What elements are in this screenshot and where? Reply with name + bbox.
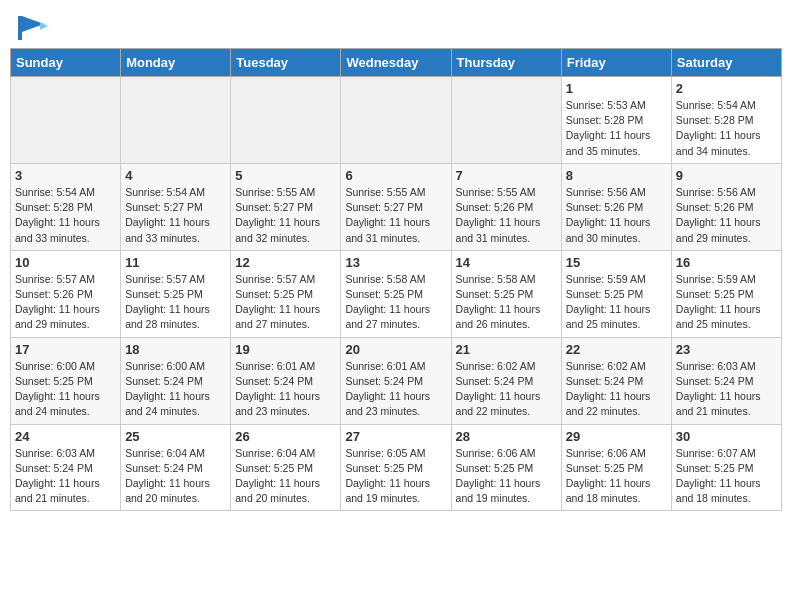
- page-container: SundayMondayTuesdayWednesdayThursdayFrid…: [0, 0, 792, 521]
- calendar-header-thursday: Thursday: [451, 49, 561, 77]
- logo-icon: [16, 12, 48, 44]
- day-info: Sunrise: 6:01 AM Sunset: 5:24 PM Dayligh…: [235, 359, 336, 420]
- day-number: 19: [235, 342, 336, 357]
- day-number: 27: [345, 429, 446, 444]
- day-cell-23: 23Sunrise: 6:03 AM Sunset: 5:24 PM Dayli…: [671, 337, 781, 424]
- day-cell-2: 2Sunrise: 5:54 AM Sunset: 5:28 PM Daylig…: [671, 77, 781, 164]
- day-cell-9: 9Sunrise: 5:56 AM Sunset: 5:26 PM Daylig…: [671, 163, 781, 250]
- day-number: 15: [566, 255, 667, 270]
- calendar-header-saturday: Saturday: [671, 49, 781, 77]
- week-row-5: 24Sunrise: 6:03 AM Sunset: 5:24 PM Dayli…: [11, 424, 782, 511]
- calendar-header-row: SundayMondayTuesdayWednesdayThursdayFrid…: [11, 49, 782, 77]
- day-cell-19: 19Sunrise: 6:01 AM Sunset: 5:24 PM Dayli…: [231, 337, 341, 424]
- day-cell-3: 3Sunrise: 5:54 AM Sunset: 5:28 PM Daylig…: [11, 163, 121, 250]
- week-row-1: 1Sunrise: 5:53 AM Sunset: 5:28 PM Daylig…: [11, 77, 782, 164]
- day-info: Sunrise: 5:57 AM Sunset: 5:25 PM Dayligh…: [125, 272, 226, 333]
- day-info: Sunrise: 5:55 AM Sunset: 5:27 PM Dayligh…: [345, 185, 446, 246]
- empty-cell: [231, 77, 341, 164]
- day-info: Sunrise: 5:56 AM Sunset: 5:26 PM Dayligh…: [566, 185, 667, 246]
- day-cell-11: 11Sunrise: 5:57 AM Sunset: 5:25 PM Dayli…: [121, 250, 231, 337]
- calendar-header-friday: Friday: [561, 49, 671, 77]
- day-info: Sunrise: 5:56 AM Sunset: 5:26 PM Dayligh…: [676, 185, 777, 246]
- day-info: Sunrise: 6:03 AM Sunset: 5:24 PM Dayligh…: [676, 359, 777, 420]
- day-info: Sunrise: 5:54 AM Sunset: 5:28 PM Dayligh…: [676, 98, 777, 159]
- day-info: Sunrise: 6:01 AM Sunset: 5:24 PM Dayligh…: [345, 359, 446, 420]
- day-cell-16: 16Sunrise: 5:59 AM Sunset: 5:25 PM Dayli…: [671, 250, 781, 337]
- day-info: Sunrise: 6:06 AM Sunset: 5:25 PM Dayligh…: [566, 446, 667, 507]
- day-cell-30: 30Sunrise: 6:07 AM Sunset: 5:25 PM Dayli…: [671, 424, 781, 511]
- day-cell-12: 12Sunrise: 5:57 AM Sunset: 5:25 PM Dayli…: [231, 250, 341, 337]
- calendar-header-sunday: Sunday: [11, 49, 121, 77]
- day-cell-7: 7Sunrise: 5:55 AM Sunset: 5:26 PM Daylig…: [451, 163, 561, 250]
- day-info: Sunrise: 6:00 AM Sunset: 5:24 PM Dayligh…: [125, 359, 226, 420]
- day-cell-13: 13Sunrise: 5:58 AM Sunset: 5:25 PM Dayli…: [341, 250, 451, 337]
- day-info: Sunrise: 5:57 AM Sunset: 5:25 PM Dayligh…: [235, 272, 336, 333]
- page-header: [0, 0, 792, 48]
- day-number: 30: [676, 429, 777, 444]
- day-number: 12: [235, 255, 336, 270]
- day-cell-22: 22Sunrise: 6:02 AM Sunset: 5:24 PM Dayli…: [561, 337, 671, 424]
- day-info: Sunrise: 5:58 AM Sunset: 5:25 PM Dayligh…: [345, 272, 446, 333]
- day-info: Sunrise: 6:07 AM Sunset: 5:25 PM Dayligh…: [676, 446, 777, 507]
- day-info: Sunrise: 6:02 AM Sunset: 5:24 PM Dayligh…: [566, 359, 667, 420]
- day-cell-27: 27Sunrise: 6:05 AM Sunset: 5:25 PM Dayli…: [341, 424, 451, 511]
- day-number: 9: [676, 168, 777, 183]
- day-number: 17: [15, 342, 116, 357]
- day-number: 2: [676, 81, 777, 96]
- empty-cell: [121, 77, 231, 164]
- day-cell-18: 18Sunrise: 6:00 AM Sunset: 5:24 PM Dayli…: [121, 337, 231, 424]
- calendar-header-tuesday: Tuesday: [231, 49, 341, 77]
- calendar-header-wednesday: Wednesday: [341, 49, 451, 77]
- day-number: 1: [566, 81, 667, 96]
- day-number: 18: [125, 342, 226, 357]
- day-number: 14: [456, 255, 557, 270]
- day-cell-4: 4Sunrise: 5:54 AM Sunset: 5:27 PM Daylig…: [121, 163, 231, 250]
- empty-cell: [341, 77, 451, 164]
- day-number: 25: [125, 429, 226, 444]
- day-cell-10: 10Sunrise: 5:57 AM Sunset: 5:26 PM Dayli…: [11, 250, 121, 337]
- day-number: 26: [235, 429, 336, 444]
- day-number: 23: [676, 342, 777, 357]
- day-number: 11: [125, 255, 226, 270]
- day-info: Sunrise: 6:03 AM Sunset: 5:24 PM Dayligh…: [15, 446, 116, 507]
- svg-marker-2: [40, 22, 48, 30]
- day-info: Sunrise: 5:55 AM Sunset: 5:27 PM Dayligh…: [235, 185, 336, 246]
- day-number: 4: [125, 168, 226, 183]
- day-info: Sunrise: 6:02 AM Sunset: 5:24 PM Dayligh…: [456, 359, 557, 420]
- day-cell-26: 26Sunrise: 6:04 AM Sunset: 5:25 PM Dayli…: [231, 424, 341, 511]
- day-cell-25: 25Sunrise: 6:04 AM Sunset: 5:24 PM Dayli…: [121, 424, 231, 511]
- day-number: 5: [235, 168, 336, 183]
- day-cell-17: 17Sunrise: 6:00 AM Sunset: 5:25 PM Dayli…: [11, 337, 121, 424]
- day-cell-15: 15Sunrise: 5:59 AM Sunset: 5:25 PM Dayli…: [561, 250, 671, 337]
- day-cell-20: 20Sunrise: 6:01 AM Sunset: 5:24 PM Dayli…: [341, 337, 451, 424]
- calendar-header-monday: Monday: [121, 49, 231, 77]
- day-info: Sunrise: 6:00 AM Sunset: 5:25 PM Dayligh…: [15, 359, 116, 420]
- empty-cell: [11, 77, 121, 164]
- day-info: Sunrise: 5:53 AM Sunset: 5:28 PM Dayligh…: [566, 98, 667, 159]
- day-info: Sunrise: 6:06 AM Sunset: 5:25 PM Dayligh…: [456, 446, 557, 507]
- day-cell-6: 6Sunrise: 5:55 AM Sunset: 5:27 PM Daylig…: [341, 163, 451, 250]
- week-row-2: 3Sunrise: 5:54 AM Sunset: 5:28 PM Daylig…: [11, 163, 782, 250]
- day-cell-8: 8Sunrise: 5:56 AM Sunset: 5:26 PM Daylig…: [561, 163, 671, 250]
- day-info: Sunrise: 6:04 AM Sunset: 5:25 PM Dayligh…: [235, 446, 336, 507]
- day-info: Sunrise: 5:54 AM Sunset: 5:28 PM Dayligh…: [15, 185, 116, 246]
- week-row-4: 17Sunrise: 6:00 AM Sunset: 5:25 PM Dayli…: [11, 337, 782, 424]
- day-cell-24: 24Sunrise: 6:03 AM Sunset: 5:24 PM Dayli…: [11, 424, 121, 511]
- day-cell-29: 29Sunrise: 6:06 AM Sunset: 5:25 PM Dayli…: [561, 424, 671, 511]
- day-number: 6: [345, 168, 446, 183]
- day-info: Sunrise: 6:04 AM Sunset: 5:24 PM Dayligh…: [125, 446, 226, 507]
- empty-cell: [451, 77, 561, 164]
- day-number: 8: [566, 168, 667, 183]
- day-cell-5: 5Sunrise: 5:55 AM Sunset: 5:27 PM Daylig…: [231, 163, 341, 250]
- svg-rect-0: [18, 16, 22, 40]
- day-number: 7: [456, 168, 557, 183]
- day-number: 21: [456, 342, 557, 357]
- day-info: Sunrise: 6:05 AM Sunset: 5:25 PM Dayligh…: [345, 446, 446, 507]
- logo: [16, 12, 50, 44]
- day-number: 28: [456, 429, 557, 444]
- day-number: 3: [15, 168, 116, 183]
- day-number: 24: [15, 429, 116, 444]
- day-number: 10: [15, 255, 116, 270]
- day-info: Sunrise: 5:54 AM Sunset: 5:27 PM Dayligh…: [125, 185, 226, 246]
- day-cell-28: 28Sunrise: 6:06 AM Sunset: 5:25 PM Dayli…: [451, 424, 561, 511]
